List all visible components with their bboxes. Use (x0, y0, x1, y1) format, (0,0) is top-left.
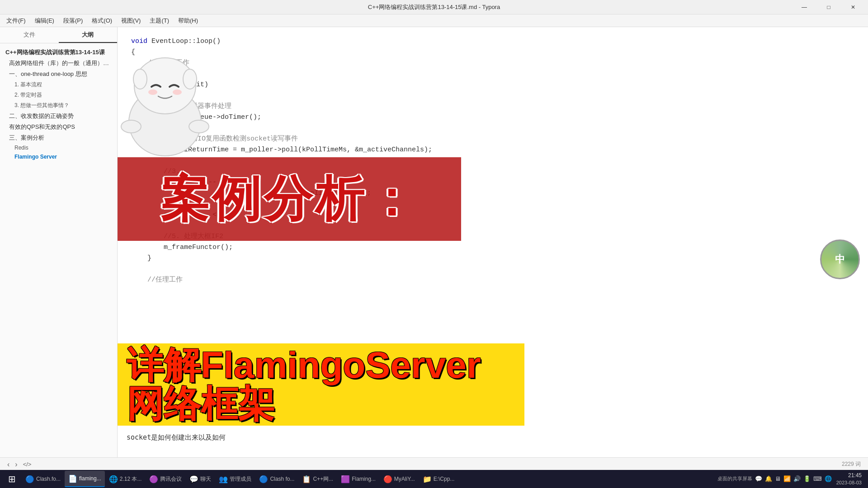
outline-item-0[interactable]: C++网络编程实战训练营第13-14-15课 (0, 47, 117, 58)
taskbar-item-clash2[interactable]: 🔵 Clash fo... (255, 471, 298, 487)
close-button[interactable]: ✕ (843, 0, 863, 14)
menu-file[interactable]: 文件(F) (2, 16, 30, 26)
tray-icon-3[interactable]: 🖥 (775, 475, 781, 482)
outline-item-3[interactable]: 1. 基本流程 (0, 80, 117, 90)
anime-character (118, 50, 212, 163)
sys-tray: 桌面的共享屏幕 💬 🔔 🖥 📶 🔊 🔋 ⌨ 🌐 21:45 2023-08-03 (715, 472, 866, 486)
code-line-21 (131, 264, 854, 275)
outline-item-7[interactable]: 有效的QPS和无效的QPS (0, 122, 117, 132)
menu-format[interactable]: 格式(O) (87, 16, 117, 26)
taskbar-item-chrome[interactable]: 🌐 2.12 本... (105, 471, 146, 487)
code-line-20: } (131, 253, 854, 264)
avatar-initial: 中 (835, 253, 845, 266)
banner-casestudy: 案例分析： (118, 157, 461, 241)
minimize-button[interactable]: — (794, 0, 815, 14)
taskbar-item-meeting[interactable]: 🟣 腾讯会议 (146, 471, 185, 487)
editor-bottom-text: socket是如何创建出来以及如何 (127, 433, 226, 442)
outline-item-5[interactable]: 3. 想做一些其他事情？ (0, 100, 117, 111)
code-line-6: //1. 定时器事件处理 (131, 101, 854, 112)
svg-point-7 (189, 120, 209, 133)
outline-item-8[interactable]: 三、案例分析 (0, 132, 117, 143)
menu-help[interactable]: 帮助(H) (174, 16, 203, 26)
flamingo-text-line1: 详解FlamingoServer (127, 346, 515, 385)
svg-point-5 (173, 89, 182, 95)
nav-back-btn[interactable]: ‹ (7, 460, 9, 469)
avatar-bubble: 中 (820, 239, 860, 279)
title-bar: C++网络编程实战训练营第13-14-15课.md - Typora — □ ✕ (0, 0, 868, 14)
tray-icon-8[interactable]: 🌐 (825, 475, 832, 482)
code-line-2: //初始化工作 (131, 58, 854, 69)
status-bar: ‹ › </> 2229 词 (0, 457, 868, 471)
casestudy-text: 案例分析： (160, 166, 418, 232)
taskbar-item-chat[interactable]: 💬 聊天 (186, 471, 215, 487)
taskbar: ⊞ 🔵 Clash.fo... 📄 flaming... 🌐 2.12 本...… (0, 470, 868, 488)
tab-file[interactable]: 文件 (0, 27, 59, 43)
code-line-9: //2. 利用IO复用函数检测socket读写事件 (131, 134, 854, 145)
code-line-3 (131, 69, 854, 80)
menu-view[interactable]: 视图(V) (117, 16, 145, 26)
code-line-4: while (!m_quit) (131, 80, 854, 90)
sidebar-tabs: 文件 大纲 (0, 27, 117, 43)
menu-paragraph[interactable]: 段落(P) (59, 16, 87, 26)
code-line-7: m_timerQueue->doTimer(); (131, 112, 854, 123)
menu-theme[interactable]: 主题(T) (145, 16, 174, 26)
tray-icon-6[interactable]: 🔋 (803, 475, 811, 482)
notification-label: 桌面的共享屏幕 (717, 475, 752, 482)
tab-outline[interactable]: 大纲 (59, 27, 118, 43)
code-line-5: { (131, 90, 854, 101)
menu-bar: 文件(F) 编辑(E) 段落(P) 格式(O) 视图(V) 主题(T) 帮助(H… (0, 14, 868, 27)
tray-icon-1[interactable]: 💬 (755, 475, 762, 482)
maximize-button[interactable]: □ (818, 0, 839, 14)
date-display: 2023-08-03 (836, 479, 862, 486)
tray-icon-5[interactable]: 🔊 (793, 475, 801, 482)
code-line-10: m_pollReturnTime = m_poller->poll(kPollT… (131, 145, 854, 155)
taskbar-item-cpp[interactable]: 📋 C++网... (298, 471, 337, 487)
nav-code-btn[interactable]: </> (23, 461, 32, 468)
taskbar-item-flaming[interactable]: 📄 flaming... (65, 471, 105, 487)
outline-item-flamingo-server[interactable]: Flamingo Server (0, 152, 117, 161)
code-line-8 (131, 123, 854, 134)
tray-icon-2[interactable]: 🔔 (765, 475, 772, 482)
code-line-22: //任理工作 (131, 275, 854, 286)
svg-point-4 (148, 89, 157, 95)
outline-item-4[interactable]: 2. 带定时器 (0, 90, 117, 100)
word-count: 2229 词 (842, 460, 861, 468)
sidebar-outline-content: C++网络编程实战训练营第13-14-15课 高效网络组件（库）的一般（通用）设… (0, 43, 117, 457)
taskbar-item-myali[interactable]: 🔴 MyAliY... (380, 471, 419, 487)
code-line-1: { (131, 47, 854, 58)
outline-item-9[interactable]: Redis (0, 143, 117, 152)
sidebar: 文件 大纲 C++网络编程实战训练营第13-14-15课 高效网络组件（库）的一… (0, 27, 118, 457)
taskbar-item-explorer[interactable]: 📁 E:\Cpp... (419, 471, 458, 487)
nav-forward-btn[interactable]: › (15, 460, 17, 469)
taskbar-item-admin[interactable]: 👥 管理成员 (215, 471, 255, 487)
clock[interactable]: 21:45 2023-08-03 (835, 472, 863, 486)
title-bar-text: C++网络编程实战训练营第13-14-15课.md - Typora (368, 3, 500, 11)
svg-point-2 (133, 69, 147, 89)
title-bar-controls: — □ ✕ (794, 0, 863, 14)
main-layout: 文件 大纲 C++网络编程实战训练营第13-14-15课 高效网络组件（库）的一… (0, 27, 868, 457)
editor-area: C++网络编程实战训练营第13-14-15课.md void EventLoop… (118, 27, 868, 457)
outline-item-2[interactable]: 一、one-thread one-loop 思想 (0, 69, 117, 80)
time-display: 21:45 (836, 472, 862, 479)
taskbar-item-flamingapp[interactable]: 🟪 Flaming... (337, 471, 379, 487)
svg-point-6 (121, 120, 141, 133)
taskbar-items: 🔵 Clash.fo... 📄 flaming... 🌐 2.12 本... 🟣… (22, 471, 715, 487)
start-button[interactable]: ⊞ (2, 470, 22, 488)
taskbar-item-clash1[interactable]: 🔵 Clash.fo... (22, 471, 64, 487)
menu-edit[interactable]: 编辑(E) (30, 16, 59, 26)
tray-icon-7[interactable]: ⌨ (813, 475, 822, 482)
banner-flamingo: 详解FlamingoServer 网络框架 (118, 343, 524, 426)
code-line-0: void EventLoop::loop() (131, 36, 854, 47)
outline-item-6[interactable]: 二、收发数据的正确姿势 (0, 111, 117, 122)
outline-item-1[interactable]: 高效网络组件（库）的一般（通用）设计思路 (0, 58, 117, 69)
code-line-19: m_frameFunctor(); (131, 242, 854, 253)
flamingo-text-line2: 网络框架 (127, 385, 515, 423)
status-bar-left: ‹ › </> (7, 460, 31, 469)
tray-icon-4[interactable]: 📶 (783, 475, 791, 482)
svg-point-3 (183, 69, 197, 89)
